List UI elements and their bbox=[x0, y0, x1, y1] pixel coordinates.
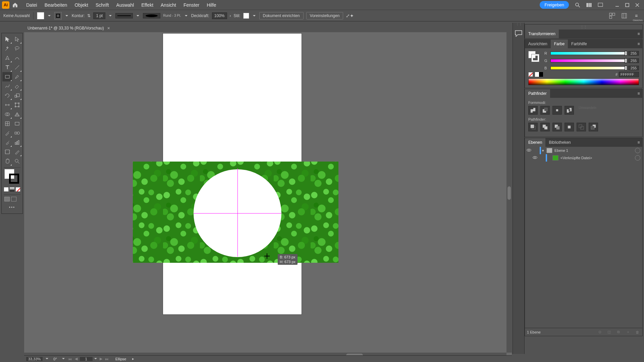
color-panel-menu-icon[interactable]: ≡ bbox=[635, 42, 642, 46]
paintbrush-tool[interactable] bbox=[12, 72, 22, 81]
blend-tool[interactable] bbox=[12, 128, 22, 138]
artboard-index-field[interactable]: 1 bbox=[80, 357, 93, 361]
layers-tab[interactable]: Ebenen bbox=[525, 138, 545, 147]
crop-button[interactable] bbox=[565, 123, 574, 131]
arrange-documents-icon[interactable] bbox=[585, 1, 593, 9]
shaper-tool[interactable] bbox=[2, 81, 12, 91]
align-tab[interactable]: Ausrichten bbox=[525, 40, 551, 48]
outline-button[interactable] bbox=[577, 123, 586, 131]
next-artboard-icon[interactable]: ▶ bbox=[99, 357, 103, 361]
artboard-tool[interactable] bbox=[2, 147, 12, 157]
slider-b[interactable] bbox=[550, 66, 626, 70]
stroke-dropdown-icon[interactable] bbox=[64, 12, 69, 19]
trim-button[interactable] bbox=[540, 123, 550, 131]
unite-button[interactable] bbox=[528, 106, 538, 115]
slider-g[interactable] bbox=[550, 59, 626, 62]
column-graph-tool[interactable] bbox=[12, 138, 22, 147]
window-close-icon[interactable] bbox=[633, 2, 642, 8]
type-tool[interactable] bbox=[2, 63, 12, 72]
width-tool[interactable] bbox=[2, 100, 12, 110]
document-tab[interactable]: Unbenannt-1* @ 33,33 % (RGB/Vorschau) × bbox=[24, 24, 113, 32]
rotate-tool[interactable] bbox=[2, 91, 12, 100]
align-pixel-icon[interactable] bbox=[620, 12, 629, 19]
first-artboard-icon[interactable]: ⏮ bbox=[68, 357, 72, 361]
layer-visibility-icon[interactable] bbox=[525, 148, 533, 153]
scale-tool[interactable] bbox=[12, 91, 22, 100]
hex-field[interactable] bbox=[619, 72, 639, 77]
color-bw-icon[interactable] bbox=[535, 72, 543, 77]
minus-front-button[interactable] bbox=[540, 106, 550, 115]
graphic-style-swatch[interactable] bbox=[243, 13, 249, 19]
line-tool[interactable] bbox=[12, 63, 22, 72]
gradient-mode-button[interactable] bbox=[9, 187, 14, 192]
stroke-style-dropdown-icon[interactable] bbox=[136, 12, 140, 19]
zoom-dropdown-icon[interactable] bbox=[45, 357, 49, 361]
merge-button[interactable] bbox=[552, 123, 562, 131]
stroke-swatch[interactable] bbox=[54, 12, 62, 19]
layer-target-icon[interactable] bbox=[635, 148, 640, 153]
opacity-field[interactable]: 100% bbox=[212, 12, 227, 19]
shape-builder-tool[interactable] bbox=[2, 110, 12, 119]
canvas[interactable]: B: 673 px H: 673 px bbox=[24, 32, 512, 358]
prev-artboard-icon[interactable]: ◀ bbox=[74, 357, 78, 361]
transform-tab[interactable]: Transformieren bbox=[525, 29, 559, 38]
transform-panel-menu-icon[interactable]: ≡ bbox=[635, 32, 642, 36]
slice-tool[interactable] bbox=[12, 147, 22, 157]
fill-swatch[interactable] bbox=[37, 12, 44, 19]
layer-twisty-icon[interactable]: ▾ bbox=[541, 148, 545, 153]
minus-back-button[interactable] bbox=[589, 123, 598, 131]
gradient-tool[interactable] bbox=[12, 119, 22, 128]
magic-wand-tool[interactable] bbox=[2, 44, 12, 53]
menu-objekt[interactable]: Objekt bbox=[71, 1, 91, 9]
menu-effekt[interactable]: Effekt bbox=[138, 1, 157, 9]
transform-icon[interactable]: ⤢✦ bbox=[346, 13, 354, 18]
menu-schrift[interactable]: Schrift bbox=[92, 1, 112, 9]
stroke-weight-field[interactable]: 1 pt bbox=[93, 12, 105, 19]
divide-button[interactable] bbox=[528, 123, 538, 131]
lasso-tool[interactable] bbox=[12, 44, 22, 53]
zoom-tool[interactable] bbox=[12, 157, 22, 166]
last-artboard-icon[interactable]: ⏭ bbox=[105, 357, 109, 361]
new-layer-icon[interactable]: ＋ bbox=[625, 329, 631, 335]
normal-screen-mode-button[interactable] bbox=[4, 197, 10, 201]
full-screen-mode-button[interactable] bbox=[11, 197, 16, 201]
color-fillstroke-indicator[interactable] bbox=[528, 51, 540, 62]
menu-auswahl[interactable]: Auswahl bbox=[113, 1, 138, 9]
share-button[interactable]: Freigeben bbox=[540, 1, 569, 9]
rail-grip-icon[interactable]: ⋮⋮ bbox=[513, 23, 525, 26]
snap-grid-icon[interactable] bbox=[608, 12, 616, 19]
color-tab[interactable]: Farbe bbox=[551, 40, 568, 48]
brush-profile-dropdown-icon[interactable] bbox=[184, 12, 189, 19]
menu-datei[interactable]: Datei bbox=[23, 1, 41, 9]
vertical-scrollbar[interactable] bbox=[506, 32, 512, 353]
brush-profile-preview[interactable] bbox=[143, 13, 160, 18]
new-sublayer-icon[interactable]: ⧉ bbox=[615, 329, 622, 335]
layer-name[interactable]: <Verknüpfte Datei> bbox=[560, 156, 635, 160]
slider-r-value[interactable]: 255 bbox=[628, 51, 639, 56]
eyedropper-tool[interactable] bbox=[2, 128, 12, 138]
layers-panel-menu-icon[interactable]: ≡ bbox=[635, 140, 642, 145]
layer-row-linked[interactable]: <Verknüpfte Datei> bbox=[525, 154, 642, 162]
rotation-field[interactable]: 0° bbox=[51, 357, 59, 361]
status-expand-icon[interactable]: ▸ bbox=[132, 357, 134, 361]
color-none-icon[interactable] bbox=[528, 72, 533, 77]
document-setup-button[interactable]: Dokument einrichten bbox=[259, 12, 304, 19]
selection-tool[interactable] bbox=[2, 35, 12, 44]
direct-selection-tool[interactable] bbox=[12, 35, 22, 44]
curvature-tool[interactable] bbox=[12, 53, 22, 63]
color-spectrum[interactable] bbox=[528, 78, 639, 85]
comment-icon[interactable] bbox=[514, 29, 523, 37]
rectangle-tool[interactable] bbox=[2, 72, 12, 81]
symbol-sprayer-tool[interactable] bbox=[2, 138, 12, 147]
fill-dropdown-icon[interactable] bbox=[47, 12, 52, 19]
menu-ansicht[interactable]: Ansicht bbox=[157, 1, 179, 9]
menu-hilfe[interactable]: Hilfe bbox=[203, 1, 219, 9]
workspace-icon[interactable] bbox=[596, 1, 604, 9]
intersect-button[interactable] bbox=[552, 106, 562, 115]
search-icon[interactable] bbox=[574, 1, 582, 9]
preferences-button[interactable]: Voreinstellungen bbox=[306, 12, 343, 19]
locate-object-icon[interactable]: ⊙ bbox=[597, 329, 603, 335]
hand-tool[interactable] bbox=[2, 157, 12, 166]
layer-row-1[interactable]: ▾ Ebene 1 bbox=[525, 147, 642, 154]
free-transform-tool[interactable] bbox=[12, 100, 22, 110]
